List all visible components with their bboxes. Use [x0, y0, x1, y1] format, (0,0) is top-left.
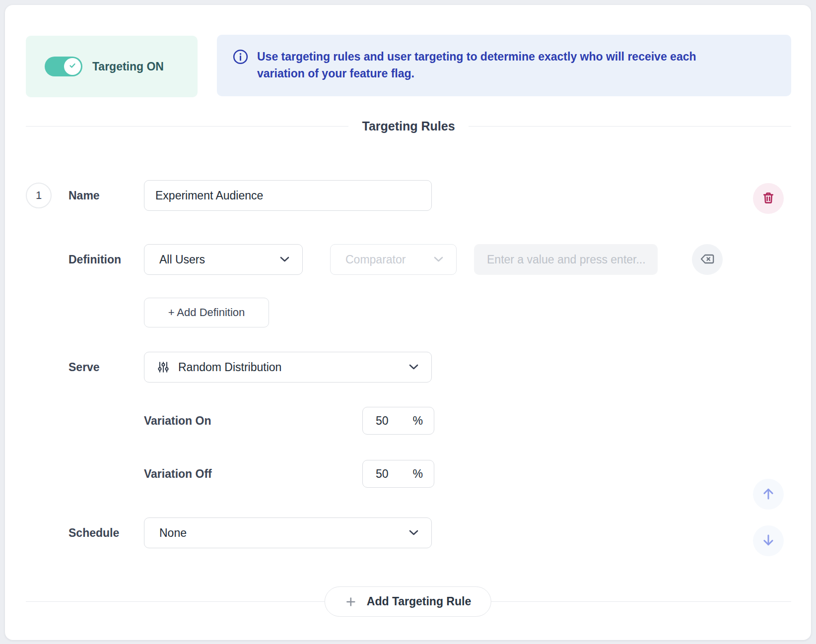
- sliders-icon: [157, 361, 169, 374]
- move-rule-up-button[interactable]: [753, 479, 784, 510]
- targeting-toggle-box: Targeting ON: [26, 36, 198, 97]
- clear-definition-button[interactable]: [692, 244, 723, 275]
- variation-on-label: Variation On: [144, 407, 211, 435]
- variation-off-value[interactable]: 50: [376, 467, 389, 481]
- info-circle-icon: [233, 49, 248, 64]
- variation-on-value[interactable]: 50: [376, 414, 389, 428]
- schedule-value: None: [159, 526, 409, 540]
- trash-icon: [761, 191, 775, 206]
- chevron-down-icon: [434, 255, 443, 264]
- divider-line: [26, 126, 348, 127]
- serve-select[interactable]: Random Distribution: [144, 352, 432, 383]
- name-label: Name: [68, 180, 100, 211]
- schedule-select[interactable]: None: [144, 517, 432, 548]
- divider-line: [469, 126, 791, 127]
- info-banner: Use targeting rules and user targeting t…: [217, 35, 791, 96]
- targeting-toggle[interactable]: [45, 57, 82, 76]
- chevron-down-icon: [280, 255, 289, 264]
- definition-value-input[interactable]: [474, 244, 658, 275]
- targeting-toggle-label: Targeting ON: [92, 60, 164, 73]
- add-targeting-rule-button[interactable]: Add Targeting Rule: [325, 586, 491, 617]
- add-definition-button[interactable]: + Add Definition: [144, 298, 269, 327]
- chevron-down-icon: [409, 528, 418, 537]
- definition-property-select[interactable]: All Users: [144, 244, 303, 275]
- section-header: Targeting Rules: [26, 114, 791, 138]
- percent-sign: %: [413, 414, 423, 428]
- serve-label: Serve: [68, 352, 100, 383]
- rule-name-input[interactable]: [144, 180, 432, 211]
- move-rule-down-button[interactable]: [753, 525, 784, 556]
- definition-label: Definition: [68, 244, 121, 275]
- toggle-knob: [64, 58, 81, 75]
- serve-value: Random Distribution: [178, 361, 409, 374]
- definition-property-value: All Users: [159, 253, 280, 266]
- check-icon: [68, 62, 76, 71]
- variation-off-label: Variation Off: [144, 460, 212, 488]
- add-targeting-rule-label: Add Targeting Rule: [367, 595, 471, 608]
- comparator-placeholder: Comparator: [345, 253, 434, 266]
- arrow-down-icon: [761, 533, 776, 549]
- delete-rule-button[interactable]: [753, 183, 784, 214]
- targeting-panel: Targeting ON Use targeting rules and use…: [5, 5, 811, 640]
- comparator-select[interactable]: Comparator: [330, 244, 457, 275]
- backspace-icon: [700, 253, 715, 266]
- schedule-label: Schedule: [68, 517, 119, 548]
- plus-icon: [345, 596, 357, 608]
- chevron-down-icon: [409, 363, 418, 372]
- rule-number-badge: 1: [26, 183, 52, 208]
- variation-on-percent-field[interactable]: 50 %: [362, 407, 434, 435]
- percent-sign: %: [413, 467, 423, 481]
- arrow-up-icon: [761, 486, 776, 503]
- variation-off-percent-field[interactable]: 50 %: [362, 460, 434, 488]
- section-title: Targeting Rules: [362, 119, 455, 133]
- info-banner-text: Use targeting rules and user targeting t…: [257, 48, 734, 82]
